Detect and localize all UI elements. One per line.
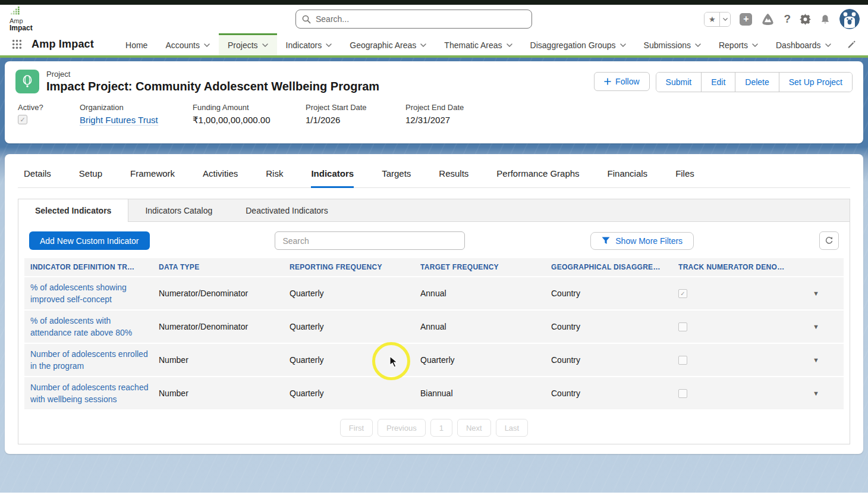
nav-item-dashboards[interactable]: Dashboards	[767, 33, 840, 55]
follow-button[interactable]: Follow	[594, 72, 649, 91]
global-search-input[interactable]	[316, 14, 526, 24]
tab-targets[interactable]: Targets	[382, 168, 411, 188]
tab-financials[interactable]: Financials	[608, 168, 648, 188]
chevron-down-icon	[507, 43, 512, 47]
nav-item-submissions[interactable]: Submissions	[635, 33, 710, 55]
chevron-down-icon	[825, 43, 831, 47]
indicator-link[interactable]: % of adolescents with attendance rate ab…	[30, 315, 149, 339]
user-avatar[interactable]	[839, 9, 860, 29]
highlights-fields: Active? ✓ Organization Bright Futures Tr…	[18, 103, 853, 126]
previous-page-button[interactable]: Previous	[378, 419, 426, 437]
pagination: First Previous 1 Next Last	[18, 419, 850, 444]
table-header-row: INDICATOR DEFINITION TR… DATA TYPE REPOR…	[24, 258, 844, 276]
field-project-end-date: Project End Date 12/31/2027	[405, 103, 464, 126]
subtab-selected-indicators[interactable]: Selected Indicators	[18, 199, 128, 222]
global-actions-button[interactable]: +	[740, 13, 752, 26]
subtab-indicators-catalog[interactable]: Indicators Catalog	[128, 199, 229, 221]
tab-files[interactable]: Files	[675, 168, 694, 188]
notifications-button[interactable]	[820, 14, 831, 25]
nav-item-thematic-areas[interactable]: Thematic Areas	[435, 33, 521, 55]
data-type-cell: Numerator/Denominator	[159, 322, 290, 331]
column-data-type[interactable]: DATA TYPE	[159, 263, 290, 271]
reporting-frequency-cell: Quarterly	[290, 322, 420, 331]
column-indicator-definition[interactable]: INDICATOR DEFINITION TR…	[30, 263, 159, 271]
column-track-numerator-denominator[interactable]: TRACK NUMERATOR DENO…	[678, 263, 813, 271]
search-icon	[302, 15, 311, 24]
edit-button[interactable]: Edit	[701, 73, 735, 92]
row-actions-dropdown[interactable]: ▼	[813, 356, 845, 364]
refresh-button[interactable]	[819, 231, 839, 250]
nav-item-label: Geographic Areas	[350, 40, 416, 50]
global-search[interactable]	[295, 10, 532, 29]
tab-activities[interactable]: Activities	[203, 168, 238, 188]
nav-item-label: Home	[125, 40, 147, 50]
nav-item-reports[interactable]: Reports	[710, 33, 767, 55]
indicator-link[interactable]: Number of adolescents reached with wellb…	[30, 381, 149, 406]
row-actions-dropdown[interactable]: ▼	[813, 290, 845, 297]
nav-item-projects[interactable]: Projects	[219, 33, 277, 55]
global-header-actions: ★ + ?	[704, 5, 860, 33]
column-reporting-frequency[interactable]: REPORTING FREQUENCY	[290, 263, 420, 271]
nav-item-label: Thematic Areas	[444, 40, 502, 50]
chevron-down-icon	[326, 43, 332, 47]
tab-details[interactable]: Details	[24, 168, 51, 188]
delete-button[interactable]: Delete	[735, 73, 778, 92]
track-numerator-checkbox[interactable]: ✓	[678, 356, 687, 365]
nav-item-disaggregation-groups[interactable]: Disaggregation Groups	[521, 33, 635, 55]
favorites-dropdown-button[interactable]	[719, 12, 730, 26]
row-actions-dropdown[interactable]: ▼	[813, 390, 845, 397]
current-page-button[interactable]: 1	[430, 419, 452, 437]
favorite-star-button[interactable]: ★	[705, 12, 719, 26]
plus-icon	[604, 78, 611, 85]
set-up-project-button[interactable]: Set Up Project	[779, 73, 852, 92]
nav-item-home[interactable]: Home	[117, 33, 156, 55]
target-frequency-cell: Annual	[420, 322, 551, 331]
column-geographical-disaggregation[interactable]: GEOGRAPHICAL DISAGGRE…	[551, 263, 678, 271]
track-numerator-checkbox[interactable]: ✓	[678, 389, 687, 398]
geographical-disaggregation-cell: Country	[551, 389, 678, 398]
check-icon: ✓	[20, 116, 25, 124]
nav-item-indicators[interactable]: Indicators	[277, 33, 341, 55]
last-page-button[interactable]: Last	[496, 419, 529, 437]
field-funding-amount: Funding Amount ₹1,00,00,00,000.00	[193, 103, 306, 126]
nav-item-label: Reports	[719, 40, 748, 50]
tab-framework[interactable]: Framework	[130, 168, 175, 188]
chevron-down-icon	[620, 43, 626, 47]
indicator-search-input[interactable]	[275, 231, 465, 250]
tab-performance-graphs[interactable]: Performance Graphs	[496, 168, 579, 188]
follow-button-label: Follow	[615, 77, 639, 86]
column-target-frequency[interactable]: TARGET FREQUENCY	[420, 263, 551, 271]
track-numerator-checkbox[interactable]: ✓	[678, 289, 687, 298]
organization-link[interactable]: Bright Futures Trust	[80, 115, 158, 126]
nav-item-label: Submissions	[644, 40, 691, 50]
edit-navigation-button[interactable]	[847, 33, 868, 55]
trailhead-button[interactable]	[761, 13, 775, 26]
add-new-custom-indicator-button[interactable]: Add New Custom Indicator	[29, 231, 150, 250]
logo-text-line2: Impact	[10, 24, 33, 32]
setup-button[interactable]	[800, 14, 811, 25]
nav-item-geographic-areas[interactable]: Geographic Areas	[341, 33, 435, 55]
subtab-deactivated-indicators[interactable]: Deactivated Indicators	[229, 199, 345, 221]
first-page-button[interactable]: First	[340, 419, 373, 437]
tab-risk[interactable]: Risk	[266, 168, 283, 188]
tab-indicators[interactable]: Indicators	[311, 168, 354, 188]
indicator-link[interactable]: % of adolescents showing improved self-c…	[30, 281, 149, 306]
table-row: % of adolescents showing improved self-c…	[24, 276, 844, 309]
show-more-filters-button[interactable]: Show More Filters	[590, 232, 694, 250]
geographical-disaggregation-cell: Country	[551, 322, 678, 331]
gear-icon	[800, 14, 811, 25]
tab-setup[interactable]: Setup	[79, 168, 102, 188]
submit-button[interactable]: Submit	[656, 73, 702, 92]
dropdown-arrow-icon: ▼	[813, 290, 819, 297]
track-numerator-checkbox[interactable]: ✓	[678, 322, 687, 331]
indicator-link[interactable]: Number of adolescents enrolled in the pr…	[30, 348, 149, 372]
app-launcher-button[interactable]	[12, 33, 22, 55]
app-navigation-bar: Amp Impact Home Accounts Projects Indica…	[0, 33, 868, 58]
table-row: Number of adolescents reached with wellb…	[24, 376, 844, 409]
tab-results[interactable]: Results	[439, 168, 468, 188]
next-page-button[interactable]: Next	[457, 419, 491, 437]
row-actions-dropdown[interactable]: ▼	[813, 323, 845, 330]
nav-item-accounts[interactable]: Accounts	[156, 33, 219, 55]
data-type-cell: Number	[159, 389, 290, 398]
help-button[interactable]: ?	[784, 12, 791, 26]
